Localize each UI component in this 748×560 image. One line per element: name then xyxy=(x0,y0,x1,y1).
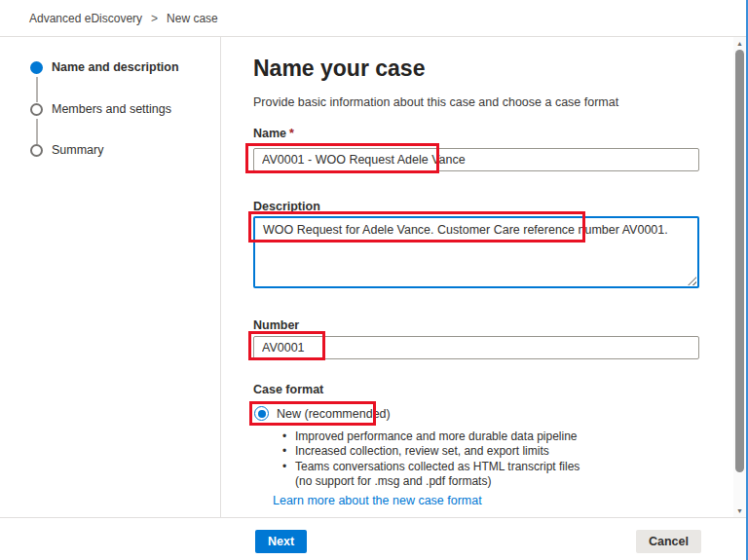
scroll-down-icon[interactable]: ▼ xyxy=(733,504,746,517)
step-name-and-description[interactable]: Name and description xyxy=(0,60,179,74)
number-input[interactable] xyxy=(253,336,699,359)
step-pending-circle-icon xyxy=(30,144,43,157)
radio-selected-icon xyxy=(254,406,269,421)
breadcrumb-item-advanced-ediscovery[interactable]: Advanced eDiscovery xyxy=(29,12,142,25)
breadcrumb: Advanced eDiscovery > New case xyxy=(0,0,748,37)
case-format-bullet-list: Improved performance and more durable da… xyxy=(282,429,580,489)
step-pending-circle-icon xyxy=(30,103,43,116)
description-textarea[interactable]: WOO Request for Adele Vance. Customer Ca… xyxy=(253,216,699,288)
step-label: Members and settings xyxy=(52,102,171,116)
bullet-item: Teams conversations collected as HTML tr… xyxy=(282,460,580,490)
case-format-radio-new[interactable]: New (recommended) xyxy=(254,406,391,421)
step-active-dot-icon xyxy=(30,61,43,74)
wizard-footer: Next Cancel xyxy=(0,517,748,560)
step-label: Name and description xyxy=(52,60,179,74)
cancel-button[interactable]: Cancel xyxy=(636,530,701,553)
number-label: Number xyxy=(253,318,299,332)
name-input[interactable] xyxy=(253,148,699,171)
scrollbar-thumb[interactable] xyxy=(735,50,744,472)
page-title: Name your case xyxy=(253,56,425,82)
scroll-up-icon[interactable]: ▲ xyxy=(733,37,746,50)
bullet-item: Increased collection, review set, and ex… xyxy=(282,444,580,459)
step-connector-line xyxy=(36,77,38,102)
breadcrumb-separator-icon: > xyxy=(151,12,158,25)
case-format-label: Case format xyxy=(253,383,323,396)
learn-more-link[interactable]: Learn more about the new case format xyxy=(273,494,482,507)
vertical-scrollbar[interactable]: ▲ ▼ xyxy=(733,37,746,517)
next-button[interactable]: Next xyxy=(255,530,307,553)
step-label: Summary xyxy=(52,143,103,157)
case-format-radio-label: New (recommended) xyxy=(277,407,391,421)
breadcrumb-item-new-case: New case xyxy=(167,12,218,25)
bullet-item: Improved performance and more durable da… xyxy=(282,429,580,444)
step-members-and-settings[interactable]: Members and settings xyxy=(0,102,171,116)
name-label: Name* xyxy=(253,127,294,140)
required-asterisk: * xyxy=(289,127,294,140)
page-subtitle: Provide basic information about this cas… xyxy=(253,95,618,109)
wizard-stepper: Name and description Members and setting… xyxy=(0,37,221,517)
step-summary[interactable]: Summary xyxy=(0,143,103,157)
description-label: Description xyxy=(253,200,320,213)
bullet-note: (no support for .msg and .pdf formats) xyxy=(295,474,491,488)
step-connector-line xyxy=(36,119,38,144)
wizard-page-content: Name your case Provide basic information… xyxy=(222,37,732,517)
